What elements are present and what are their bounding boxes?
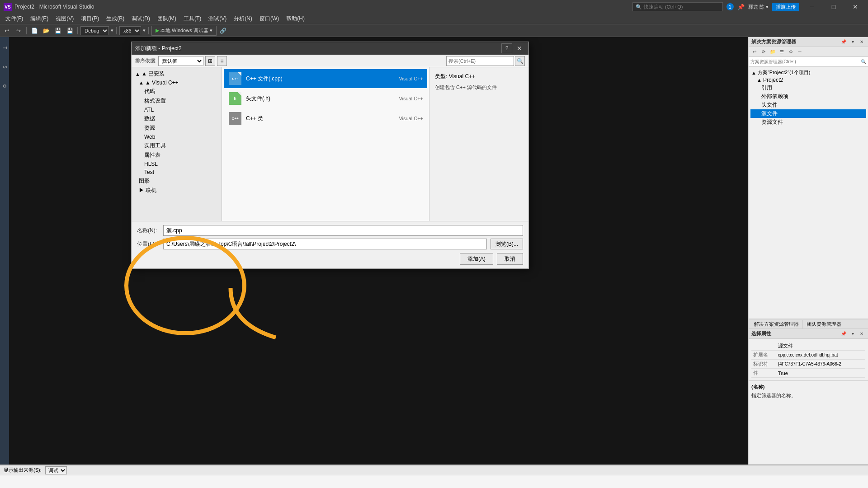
tree-propsheet[interactable]: 属性表 [132, 150, 222, 160]
close-button[interactable]: ✕ [846, 0, 864, 14]
toolbar-sep-2 [77, 27, 78, 34]
quick-launch-search[interactable]: 🔍 快速启动 (Ctrl+Q) [632, 2, 723, 11]
menu-file[interactable]: 文件(F) [2, 14, 27, 23]
solution-bottom-tabs: 解决方案资源管理器 团队资源管理器 [749, 319, 868, 329]
server-explorer-icon[interactable]: S [1, 58, 8, 76]
browse-button[interactable]: 浏览(B)... [491, 239, 523, 249]
undo-button[interactable]: ↩ [2, 26, 12, 36]
cpp-class-icon: C++ [228, 111, 242, 126]
dialog-help-button[interactable]: ? [501, 43, 512, 53]
se-settings-btn[interactable]: ⚙ [787, 48, 795, 56]
toolbar-sep-3 [116, 27, 117, 34]
toolbox-icon[interactable]: T [1, 39, 8, 57]
menu-edit[interactable]: 编辑(E) [27, 14, 52, 23]
menu-help[interactable]: 帮助(H) [283, 14, 308, 23]
dialog-toolbar: 排序依据: 默认值 ⊞ ≡ 🔍 [132, 55, 528, 67]
solution-search-input[interactable] [750, 58, 861, 66]
panel-menu-button[interactable]: ▾ [849, 38, 856, 46]
se-toolbar-btn-3[interactable]: 📁 [769, 48, 777, 56]
properties-menu-btn[interactable]: ▾ [849, 330, 856, 338]
dialog-info-panel: 类型: Visual C++ 创建包含 C++ 源代码的文件 [429, 67, 528, 221]
open-button[interactable]: 📂 [41, 26, 51, 36]
minimize-button[interactable]: ─ [803, 0, 821, 14]
menu-tools[interactable]: 工具(T) [180, 14, 205, 23]
menu-test[interactable]: 测试(V) [205, 14, 230, 23]
tree-extern-deps[interactable]: 外部依赖项 [750, 92, 866, 101]
sort-select[interactable]: 默认值 [158, 56, 203, 66]
tree-source-files[interactable]: 源文件 [750, 109, 866, 118]
tree-data[interactable]: 数据 [132, 114, 222, 123]
properties-bottom: (名称) 指定筛选器的名称。 [749, 380, 868, 402]
dialog-search-button[interactable]: 🔍 [515, 56, 525, 66]
tree-refs[interactable]: 引用 [750, 84, 866, 92]
view-list-button[interactable]: ≡ [217, 56, 227, 66]
new-file-button[interactable]: 📄 [29, 26, 39, 36]
tree-resource[interactable]: 资源 [132, 123, 222, 133]
properties-close-btn[interactable]: ✕ [858, 330, 865, 338]
tree-project2[interactable]: ▲ Project2 [750, 76, 866, 84]
add-button[interactable]: 添加(A) [460, 253, 493, 265]
tree-format[interactable]: 格式设置 [132, 96, 222, 106]
properties-panel: 选择属性 📌 ▾ ✕ 源文件 扩展名 cpp;c;cc;cxx;def;odl;… [749, 329, 868, 465]
user-account[interactable]: 釋龙 陈 ▾ [748, 4, 769, 10]
tree-installed[interactable]: ▲ ▲ 已安装 [132, 69, 222, 79]
tree-utility[interactable]: 实用工具 [132, 141, 222, 150]
vs-logo: VS [4, 3, 12, 11]
dialog-close-button[interactable]: ✕ [514, 43, 525, 53]
filename-input[interactable] [163, 225, 523, 236]
tree-atl[interactable]: ATL [132, 106, 222, 114]
tree-resource-files[interactable]: 资源文件 [750, 118, 866, 127]
run-debugger-button[interactable]: ▶ 本地 Windows 调试器 ▾ [151, 26, 217, 36]
location-row: 位置(L): 浏览(B)... [137, 239, 523, 249]
pin-button[interactable]: 📌 [840, 38, 847, 46]
tree-web[interactable]: Web [132, 133, 222, 141]
toolbar-sep-4 [148, 27, 149, 34]
tree-visual-cpp[interactable]: ▲ ▲ Visual C++ [132, 79, 222, 87]
tree-test[interactable]: Test [132, 168, 222, 176]
output-source-select[interactable]: 调试 [45, 466, 67, 474]
tree-graphics[interactable]: 图形 [132, 176, 222, 186]
template-cpp-class[interactable]: C++ C++ 类 Visual C++ [224, 109, 427, 128]
toolbar-sep-1 [26, 27, 27, 34]
tree-solution[interactable]: ▲ 方案"Project2"(1个项目) [750, 69, 866, 76]
menu-analyze[interactable]: 分析(N) [230, 14, 256, 23]
properties-content: 源文件 扩展名 cpp;c;cc;cxx;def;odl;idl;hpj;bat… [749, 339, 868, 380]
tree-code[interactable]: 代码 [132, 87, 222, 96]
location-input[interactable] [163, 239, 487, 249]
panel-close-button[interactable]: ✕ [858, 38, 865, 46]
menu-debug[interactable]: 调试(D) [128, 14, 154, 23]
template-h-file[interactable]: h 头文件(.h) Visual C++ [224, 89, 427, 108]
attach-button[interactable]: 🔗 [218, 26, 228, 36]
properties-pin-btn[interactable]: 📌 [840, 330, 847, 338]
sidebar-icon-3[interactable]: ⚙ [1, 77, 8, 95]
cpp-file-icon: C++ [228, 71, 242, 86]
se-toolbar-btn-1[interactable]: ↩ [750, 48, 759, 56]
se-toolbar-btn-4[interactable]: ☰ [778, 48, 786, 56]
tab-solution-explorer[interactable]: 解决方案资源管理器 [750, 320, 803, 328]
menu-build[interactable]: 生成(B) [103, 14, 128, 23]
menu-window[interactable]: 窗口(W) [256, 14, 283, 23]
tree-online[interactable]: ▶ 联机 [132, 186, 222, 195]
cancel-button[interactable]: 取消 [497, 253, 523, 265]
view-grid-button[interactable]: ⊞ [205, 56, 215, 66]
tree-hlsl[interactable]: HLSL [132, 160, 222, 168]
menu-view[interactable]: 视图(V) [52, 14, 77, 23]
se-toolbar-btn-5[interactable]: ─ [796, 48, 804, 56]
menu-project[interactable]: 项目(P) [77, 14, 103, 23]
menu-team[interactable]: 团队(M) [154, 14, 180, 23]
tab-team-explorer[interactable]: 团队资源管理器 [803, 320, 845, 328]
dialog-search-input[interactable] [446, 56, 514, 66]
save-button[interactable]: 💾 [53, 26, 63, 36]
tree-header-files[interactable]: 头文件 [750, 101, 866, 109]
template-cpp-file[interactable]: C++ C++ 文件(.cpp) Visual C++ [224, 69, 427, 88]
sort-label: 排序依据: [135, 57, 156, 64]
debug-config-select[interactable]: Debug [80, 26, 109, 35]
redo-button[interactable]: ↪ [14, 26, 24, 36]
platform-select[interactable]: x86 [119, 26, 141, 35]
se-toolbar-btn-2[interactable]: ⟳ [760, 48, 768, 56]
upload-btn[interactable]: 插旗上传 [772, 3, 799, 11]
prop-label-true: 件 [751, 369, 776, 378]
restore-button[interactable]: □ [825, 0, 843, 14]
editor-area: 添加新项 - Project2 ? ✕ 排序依据: 默认值 ⊞ ≡ 🔍 [9, 37, 748, 465]
save-all-button[interactable]: 💾 [65, 26, 75, 36]
